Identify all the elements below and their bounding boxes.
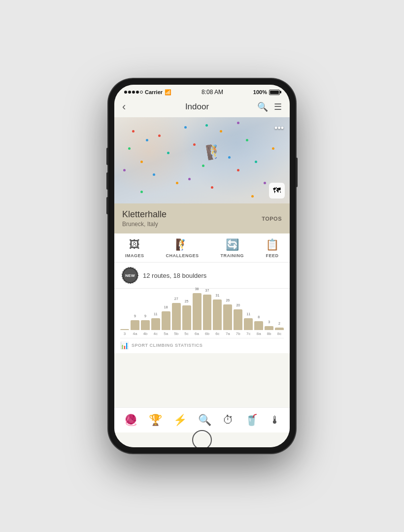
- bar-col-5a: 185a: [162, 311, 170, 336]
- tool-rope[interactable]: 🧶: [124, 414, 137, 427]
- tool-timer[interactable]: ⏱: [223, 414, 234, 427]
- challenges-icon: 🧗: [175, 238, 189, 251]
- bar-8a: 8: [254, 321, 263, 330]
- tool-trophy[interactable]: 🏆: [149, 414, 162, 427]
- tool-drink[interactable]: 🥤: [245, 414, 258, 427]
- dot-4: [136, 91, 139, 94]
- bar-6a: 38: [193, 293, 202, 330]
- climbing-holds: [114, 117, 290, 203]
- hero-image: 🧗 ••• 🗺: [114, 117, 290, 203]
- bar-col-8a: 88a: [254, 321, 263, 336]
- bar-7c: 11: [244, 318, 253, 330]
- topos-button[interactable]: TOPOS: [262, 216, 282, 222]
- bar-col-7c: 117c: [244, 318, 253, 336]
- tab-training[interactable]: 🔄 TRAINING: [220, 238, 244, 258]
- location-info: Kletterhalle Bruneck, Italy: [122, 209, 167, 228]
- bar-label-8a: 8a: [257, 332, 261, 336]
- wifi-icon: 📶: [165, 89, 171, 96]
- feed-label: FEED: [266, 253, 278, 258]
- chart-footer: 📊 SPORT CLIMBING STATISTICS: [120, 338, 284, 349]
- bar-label-8c: 8c: [277, 332, 281, 336]
- bar-5c: 25: [182, 305, 191, 330]
- bar-col-6a: 386a: [193, 293, 202, 336]
- bar-col-7b: 207b: [234, 309, 242, 336]
- bar-8c: 2: [275, 328, 284, 330]
- new-badge: NEW: [122, 267, 138, 283]
- map-button[interactable]: 🗺: [269, 183, 285, 199]
- menu-icon[interactable]: ☰: [274, 101, 282, 112]
- bar-label-8b: 8b: [267, 332, 271, 336]
- chart-area: 394a94b114c185a275b255c386a376b316c267a2…: [114, 289, 290, 353]
- bar-label-7a: 7a: [226, 332, 230, 336]
- bottom-tools: 🧶 🏆 ⚡ 🔍 ⏱ 🥤 🌡: [114, 407, 290, 432]
- bar-label-3: 3: [124, 332, 126, 336]
- images-label: IMAGES: [125, 253, 144, 258]
- bar-label-4a: 4a: [133, 332, 137, 336]
- new-text: 12 routes, 18 boulders: [143, 272, 206, 279]
- tab-bar: 🖼 IMAGES 🧗 CHALLENGES 🔄 TRAINING 📋 FEED: [114, 233, 290, 263]
- bar-label-7b: 7b: [236, 332, 240, 336]
- bar-label-5c: 5c: [184, 332, 188, 336]
- home-indicator: [114, 432, 290, 447]
- status-bar: Carrier 📶 8:08 AM 100%: [114, 85, 290, 98]
- new-badge-row: NEW 12 routes, 18 boulders: [114, 263, 290, 289]
- bar-col-4a: 94a: [131, 320, 139, 336]
- battery-icon: [269, 90, 280, 95]
- hero-dots-button[interactable]: •••: [274, 123, 284, 133]
- bar-col-6b: 376b: [203, 295, 212, 336]
- tab-images[interactable]: 🖼 IMAGES: [125, 238, 144, 258]
- tool-search[interactable]: 🔍: [198, 414, 211, 427]
- bar-col-8b: 38b: [265, 326, 273, 336]
- tab-feed[interactable]: 📋 FEED: [266, 238, 279, 258]
- tool-temp[interactable]: 🌡: [269, 414, 280, 427]
- bar-col-3: 3: [120, 329, 129, 336]
- bar-label-6c: 6c: [215, 332, 219, 336]
- bar-3: [120, 329, 129, 330]
- chart-footer-icon: 📊: [120, 341, 129, 349]
- dot-5: [140, 91, 143, 94]
- status-left: Carrier 📶: [124, 89, 171, 96]
- phone-frame: Carrier 📶 8:08 AM 100% ‹ Indoor 🔍 ☰: [108, 79, 296, 453]
- location-city: Bruneck, Italy: [122, 221, 167, 228]
- bar-7a: 26: [223, 304, 232, 330]
- bar-6b: 37: [203, 295, 212, 330]
- bar-label-7c: 7c: [246, 332, 250, 336]
- back-button[interactable]: ‹: [122, 100, 137, 113]
- tool-flash[interactable]: ⚡: [173, 414, 187, 427]
- bar-col-6c: 316c: [213, 299, 222, 336]
- navigation-bar: ‹ Indoor 🔍 ☰: [114, 98, 290, 117]
- dot-1: [124, 91, 127, 94]
- carrier-label: Carrier: [145, 89, 163, 95]
- bar-8b: 3: [265, 326, 273, 330]
- bar-5a: 18: [162, 311, 170, 330]
- battery-fill: [270, 91, 279, 94]
- tab-challenges[interactable]: 🧗 CHALLENGES: [166, 238, 199, 258]
- challenges-label: CHALLENGES: [166, 253, 199, 258]
- bar-col-4b: 94b: [141, 320, 150, 336]
- battery-pct-label: 100%: [253, 89, 267, 95]
- nav-actions: 🔍 ☰: [257, 101, 282, 112]
- training-label: TRAINING: [220, 253, 244, 258]
- phone-screen: Carrier 📶 8:08 AM 100% ‹ Indoor 🔍 ☰: [114, 85, 290, 447]
- bar-col-4c: 114c: [151, 318, 160, 336]
- location-header: Kletterhalle Bruneck, Italy TOPOS: [114, 203, 290, 233]
- bar-6c: 31: [213, 299, 222, 330]
- bar-col-8c: 28c: [275, 328, 284, 336]
- feed-icon: 📋: [266, 238, 279, 251]
- chart-footer-label: SPORT CLIMBING STATISTICS: [132, 343, 202, 348]
- status-time: 8:08 AM: [202, 89, 223, 96]
- bar-label-5a: 5a: [164, 332, 168, 336]
- bar-7b: 20: [234, 309, 242, 330]
- chart-bars: 394a94b114c185a275b255c386a376b316c267a2…: [120, 297, 284, 336]
- home-button[interactable]: [192, 430, 212, 447]
- bar-label-5b: 5b: [174, 332, 178, 336]
- signal-dots: [124, 91, 143, 94]
- training-icon: 🔄: [226, 238, 239, 251]
- bar-label-4b: 4b: [143, 332, 147, 336]
- search-icon[interactable]: 🔍: [257, 101, 268, 112]
- bar-col-7a: 267a: [223, 304, 232, 336]
- bar-label-4c: 4c: [154, 332, 158, 336]
- location-name: Kletterhalle: [122, 209, 167, 220]
- bar-col-5b: 275b: [172, 303, 181, 336]
- bar-4c: 11: [151, 318, 160, 330]
